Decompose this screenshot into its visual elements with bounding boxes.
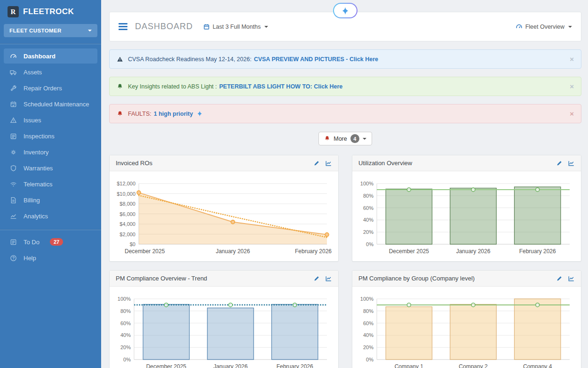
- gauge-icon: [9, 52, 17, 60]
- svg-text:February 2026: February 2026: [519, 248, 556, 255]
- help-icon: [9, 254, 17, 262]
- edit-pencil-icon[interactable]: [314, 160, 320, 166]
- dashboard-grid: Invoiced ROs $0$2,000$4,000$6,000$8,000$…: [109, 155, 581, 368]
- alert-banner-danger: FAULTS:1 high priority×: [109, 104, 581, 123]
- chevron-down-icon: [568, 26, 572, 28]
- sidebar-item-label: To Do: [24, 239, 40, 246]
- svg-text:December 2025: December 2025: [389, 248, 429, 255]
- chart-type-icon[interactable]: [325, 160, 332, 167]
- alert-text: FAULTS:: [128, 111, 151, 117]
- page-title: DASHBOARD: [135, 22, 193, 32]
- edit-pencil-icon[interactable]: [556, 275, 563, 281]
- card-pm-compliance-by-group: PM Compliance by Group (Company level) 0…: [352, 270, 581, 368]
- sidebar-item-inventory[interactable]: Inventory: [4, 144, 97, 160]
- sidebar-item-label: Analytics: [24, 213, 48, 220]
- svg-text:80%: 80%: [363, 193, 373, 199]
- ai-assistant-button[interactable]: [333, 3, 358, 18]
- more-count-badge: 4: [350, 134, 359, 143]
- sidebar-item-label: Billing: [24, 197, 40, 204]
- menu-toggle-icon[interactable]: [119, 23, 127, 30]
- close-icon[interactable]: ×: [570, 56, 574, 63]
- alert-link[interactable]: PETERBILT ABS LIGHT HOW TO: Click Here: [219, 83, 342, 90]
- sidebar-item-help[interactable]: Help: [4, 250, 97, 265]
- svg-text:60%: 60%: [120, 320, 131, 326]
- sparkle-icon: [197, 111, 203, 117]
- card-title: PM Compliance Overview - Trend: [116, 275, 207, 282]
- sidebar-item-repair-orders[interactable]: Repair Orders: [4, 80, 97, 96]
- sidebar-item-label: Telematics: [24, 181, 52, 188]
- card-title: PM Compliance by Group (Company level): [358, 275, 475, 282]
- edit-pencil-icon[interactable]: [556, 160, 563, 166]
- truck-icon: [9, 68, 17, 76]
- sidebar-footer-nav: To Do27Help: [0, 234, 101, 266]
- alert-text: CVSA Roadcheck Readiness May 12-14, 2026…: [128, 56, 252, 63]
- sidebar-item-analytics[interactable]: Analytics: [4, 208, 97, 224]
- sidebar-item-label: Inspections: [24, 133, 55, 140]
- wrench-icon: [9, 84, 17, 92]
- scope-dropdown[interactable]: Fleet Overview: [516, 23, 572, 30]
- card-title: Utilization Overview: [358, 160, 412, 167]
- svg-text:0%: 0%: [366, 241, 373, 247]
- alerts-region: CVSA Roadcheck Readiness May 12-14, 2026…: [109, 49, 581, 123]
- close-icon[interactable]: ×: [570, 110, 574, 117]
- svg-text:80%: 80%: [120, 308, 131, 314]
- svg-text:20%: 20%: [120, 344, 131, 350]
- svg-text:20%: 20%: [363, 229, 373, 235]
- alert-link[interactable]: CVSA PREVIEW AND PICTURES - Click Here: [254, 56, 378, 63]
- sidebar-item-scheduled-maintenance[interactable]: Scheduled Maintenance: [4, 96, 97, 112]
- edit-pencil-icon[interactable]: [314, 275, 320, 281]
- brand: R FLEETROCK: [0, 0, 101, 22]
- tasks-icon: [9, 238, 17, 246]
- svg-text:February 2026: February 2026: [295, 248, 332, 255]
- svg-text:0%: 0%: [123, 357, 131, 362]
- sidebar-item-issues[interactable]: Issues: [4, 112, 97, 128]
- sidebar-item-to-do[interactable]: To Do27: [4, 234, 97, 249]
- sidebar-item-label: Assets: [24, 69, 42, 76]
- svg-text:$2,000: $2,000: [119, 232, 135, 237]
- svg-text:20%: 20%: [363, 344, 373, 350]
- svg-text:Company 2: Company 2: [459, 363, 488, 368]
- alert-banner-info: CVSA Roadcheck Readiness May 12-14, 2026…: [109, 49, 581, 69]
- sidebar-item-label: Repair Orders: [24, 85, 62, 92]
- svg-text:40%: 40%: [363, 217, 373, 223]
- fleetrock-logo-icon: R: [8, 6, 19, 17]
- bell-icon: [117, 83, 123, 90]
- app-root: R FLEETROCK FLEET CUSTOMER DashboardAsse…: [0, 0, 588, 368]
- svg-text:January 2026: January 2026: [216, 248, 250, 255]
- card-invoiced-ros: Invoiced ROs $0$2,000$4,000$6,000$8,000$…: [109, 155, 339, 262]
- chart-type-icon[interactable]: [568, 160, 575, 167]
- svg-text:$0: $0: [130, 241, 135, 247]
- svg-text:100%: 100%: [360, 181, 373, 186]
- more-alerts-button[interactable]: More 4: [318, 132, 372, 145]
- alert-link[interactable]: 1 high priority: [154, 111, 193, 117]
- sidebar: R FLEETROCK FLEET CUSTOMER DashboardAsse…: [0, 0, 101, 368]
- svg-text:100%: 100%: [118, 296, 131, 302]
- svg-text:$12,000: $12,000: [117, 181, 135, 186]
- sidebar-item-label: Inventory: [24, 149, 48, 156]
- date-range-dropdown[interactable]: Last 3 Full Months: [203, 24, 268, 30]
- chart-type-icon[interactable]: [325, 275, 332, 282]
- fleet-customer-label: FLEET CUSTOMER: [9, 28, 62, 33]
- fleet-customer-dropdown[interactable]: FLEET CUSTOMER: [4, 24, 97, 37]
- chart-type-icon[interactable]: [568, 275, 575, 282]
- sidebar-item-telematics[interactable]: Telematics: [4, 176, 97, 192]
- sidebar-item-warranties[interactable]: Warranties: [4, 160, 97, 176]
- chevron-down-icon: [88, 30, 92, 32]
- more-label: More: [334, 136, 347, 142]
- date-range-label: Last 3 Full Months: [213, 24, 261, 30]
- bell-icon: [117, 111, 123, 117]
- sidebar-item-dashboard[interactable]: Dashboard: [4, 48, 97, 64]
- close-icon[interactable]: ×: [570, 83, 574, 90]
- svg-text:0%: 0%: [366, 357, 373, 362]
- sidebar-item-assets[interactable]: Assets: [4, 64, 97, 80]
- svg-text:Company 4: Company 4: [523, 363, 552, 368]
- sidebar-item-label: Warranties: [24, 165, 53, 172]
- sidebar-item-inspections[interactable]: Inspections: [4, 128, 97, 144]
- svg-text:Company 1: Company 1: [395, 363, 424, 368]
- svg-text:$8,000: $8,000: [119, 201, 135, 207]
- warning-icon: [9, 116, 17, 124]
- svg-text:$4,000: $4,000: [119, 221, 135, 227]
- sidebar-nav: DashboardAssetsRepair OrdersScheduled Ma…: [0, 48, 101, 224]
- card-utilization-overview: Utilization Overview 0%20%40%60%80%100%D…: [352, 155, 581, 262]
- sidebar-item-billing[interactable]: Billing: [4, 192, 97, 208]
